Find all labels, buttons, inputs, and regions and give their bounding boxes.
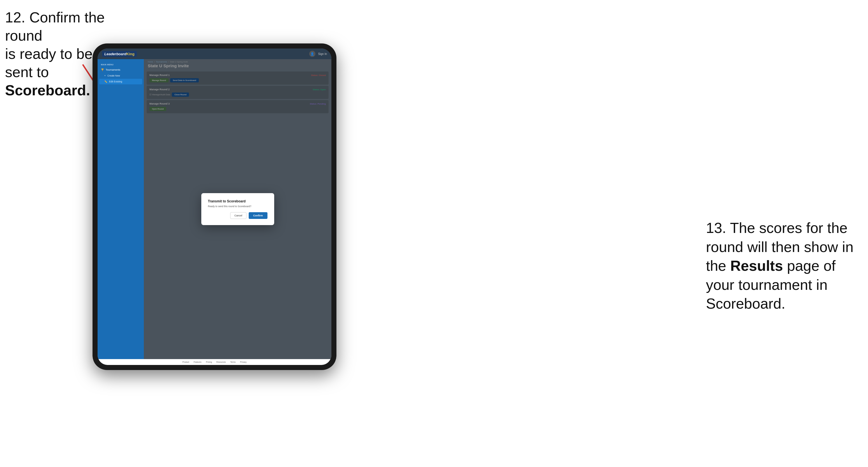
logo-king: King bbox=[126, 52, 134, 56]
instruction-bold: Scoreboard. bbox=[5, 82, 90, 98]
app-container: Leaderboard King 👤 Sign In MAIN MENU 🏆 T… bbox=[98, 49, 331, 365]
step-number: 12. bbox=[5, 9, 25, 26]
footer-features[interactable]: Features bbox=[194, 361, 202, 363]
sidebar-tournaments-label: Tournaments bbox=[106, 68, 120, 71]
footer-product[interactable]: Product bbox=[183, 361, 189, 363]
modal-confirm-button[interactable]: Confirm bbox=[249, 212, 268, 219]
modal-title: Transmit to Scoreboard bbox=[208, 199, 268, 203]
tablet-screen: Leaderboard King 👤 Sign In MAIN MENU 🏆 T… bbox=[98, 49, 331, 365]
modal-overlay: Transmit to Scoreboard Ready to send thi… bbox=[144, 59, 331, 359]
modal-cancel-button[interactable]: Cancel bbox=[230, 212, 246, 219]
transmit-modal: Transmit to Scoreboard Ready to send thi… bbox=[201, 193, 274, 225]
top-nav: Leaderboard King 👤 Sign In bbox=[98, 49, 331, 59]
nav-logo: Leaderboard King bbox=[102, 51, 137, 57]
sidebar-create-new[interactable]: + Create New bbox=[98, 73, 144, 79]
footer-terms[interactable]: Terms bbox=[230, 361, 236, 363]
sign-in-link[interactable]: Sign In bbox=[318, 53, 327, 56]
edit-icon: ✏️ bbox=[104, 80, 107, 83]
instruction-bottom: 13. The scores for the round will then s… bbox=[706, 219, 863, 313]
main-content: Home / Tournaments / State U Spring Invi… bbox=[144, 59, 331, 359]
avatar: 👤 bbox=[309, 51, 315, 57]
create-new-label: Create New bbox=[107, 74, 120, 77]
main-menu-label: MAIN MENU bbox=[98, 62, 144, 67]
sidebar: MAIN MENU 🏆 Tournaments + Create New ✏️ … bbox=[98, 59, 144, 359]
app-body: MAIN MENU 🏆 Tournaments + Create New ✏️ … bbox=[98, 59, 331, 359]
tablet-device: Leaderboard King 👤 Sign In MAIN MENU 🏆 T… bbox=[93, 43, 336, 370]
modal-actions: Cancel Confirm bbox=[208, 212, 268, 219]
footer-resources[interactable]: Resources bbox=[216, 361, 226, 363]
footer-privacy[interactable]: Privacy bbox=[240, 361, 246, 363]
sidebar-edit-existing[interactable]: ✏️ Edit Existing bbox=[99, 79, 142, 84]
sidebar-item-tournaments[interactable]: 🏆 Tournaments bbox=[98, 67, 144, 73]
logo-text: Leaderboard bbox=[104, 52, 126, 56]
nav-right: 👤 Sign In bbox=[309, 51, 327, 57]
edit-existing-label: Edit Existing bbox=[109, 80, 122, 83]
footer: Product Features Pricing Resources Terms… bbox=[98, 359, 331, 365]
instruction-bold-2: Results bbox=[730, 258, 783, 274]
modal-subtitle: Ready to send this round to Scoreboard? bbox=[208, 205, 268, 208]
footer-pricing[interactable]: Pricing bbox=[206, 361, 212, 363]
step-number-2: 13. bbox=[706, 220, 730, 236]
trophy-icon: 🏆 bbox=[101, 68, 104, 71]
plus-icon: + bbox=[104, 74, 106, 77]
